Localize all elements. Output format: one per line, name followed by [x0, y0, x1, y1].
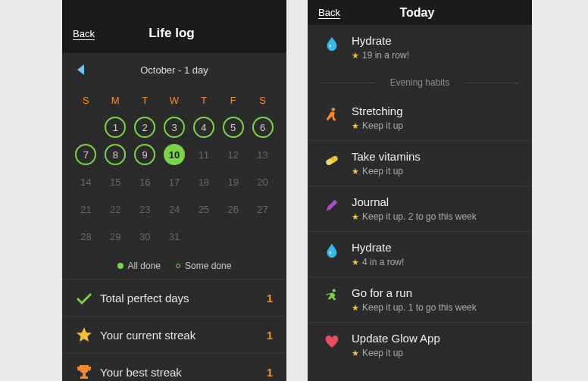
habit-item[interactable]: Update Glow App ★Keep it up	[308, 323, 532, 367]
run-icon	[320, 286, 344, 304]
calendar-day[interactable]: 17	[160, 168, 189, 195]
habit-name: Take vitamins	[352, 150, 520, 163]
heart-icon	[320, 332, 344, 350]
habit-list-top: Hydrate ★19 in a row!	[308, 25, 532, 70]
drop-icon	[320, 34, 344, 52]
star-icon: ★	[352, 212, 359, 222]
stat-value: 1	[267, 292, 273, 304]
svg-rect-0	[83, 373, 86, 376]
calendar-day[interactable]: 13	[248, 141, 277, 168]
habit-name: Journal	[352, 195, 520, 208]
stretch-icon	[320, 105, 344, 123]
stat-label: Your best streak	[100, 366, 267, 379]
header: Back Life log	[62, 14, 286, 53]
habit-item[interactable]: Go for a run ★Keep it up. 1 to go this w…	[308, 277, 532, 323]
svg-point-3	[332, 108, 336, 111]
calendar-day	[218, 223, 248, 250]
calendar-day[interactable]: 15	[101, 168, 130, 195]
habit-subtext: ★Keep it up	[352, 166, 520, 176]
prev-month-icon[interactable]	[77, 64, 84, 75]
calendar-grid: SMTWTFS123456789101112131415161718192021…	[62, 86, 286, 250]
svg-rect-1	[80, 376, 88, 379]
back-button[interactable]: Back	[318, 7, 340, 18]
legend: All done Some done	[62, 261, 286, 271]
calendar-dow: S	[71, 86, 101, 114]
calendar-day[interactable]: 29	[101, 223, 130, 250]
calendar-dow: T	[130, 86, 160, 114]
calendar-day[interactable]: 19	[218, 168, 248, 195]
svg-point-2	[329, 45, 331, 48]
calendar-day[interactable]: 12	[218, 141, 248, 168]
calendar-day[interactable]: 18	[189, 168, 218, 195]
habit-item[interactable]: Hydrate ★4 in a row!	[308, 232, 532, 277]
calendar-day[interactable]: 24	[160, 195, 189, 223]
habit-subtext: ★4 in a row!	[352, 257, 520, 267]
habit-list: Stretching ★Keep it up Take vitamins ★Ke…	[308, 95, 532, 367]
dot-filled-icon	[117, 263, 124, 269]
habit-name: Update Glow App	[352, 332, 520, 345]
calendar-day[interactable]: 22	[101, 195, 130, 223]
calendar-day[interactable]: 5	[218, 114, 248, 141]
calendar-day	[71, 114, 101, 141]
habit-item[interactable]: Hydrate ★19 in a row!	[308, 25, 532, 70]
calendar-day[interactable]: 31	[160, 223, 189, 250]
header: Back Today	[308, 0, 532, 25]
calendar-day[interactable]: 14	[71, 168, 101, 195]
calendar-day[interactable]: 27	[248, 195, 277, 223]
page-title: Today	[340, 6, 494, 20]
legend-all-done: All done	[117, 261, 161, 271]
calendar-day[interactable]: 28	[71, 223, 101, 250]
calendar-dow: F	[218, 86, 248, 114]
habit-item[interactable]: Stretching ★Keep it up	[308, 95, 532, 141]
calendar-day[interactable]: 26	[218, 195, 248, 223]
calendar-day[interactable]: 9	[130, 141, 160, 168]
status-bar	[62, 0, 286, 14]
check-icon	[73, 289, 95, 307]
life-log-screen: Back Life log October - 1 day SMTWTFS123…	[62, 0, 286, 381]
trophy-icon	[73, 363, 95, 381]
star-icon: ★	[352, 258, 359, 267]
habit-subtext: ★19 in a row!	[352, 50, 520, 61]
stats-list: Total perfect days 1 Your current streak…	[62, 279, 286, 381]
stat-row[interactable]: Total perfect days 1	[62, 279, 286, 316]
habit-name: Stretching	[352, 105, 520, 117]
stat-label: Total perfect days	[100, 292, 267, 304]
legend-some-done: Some done	[176, 261, 231, 271]
calendar-day[interactable]: 1	[101, 114, 130, 141]
calendar-day[interactable]: 20	[248, 168, 277, 195]
calendar-day[interactable]: 23	[130, 195, 160, 223]
pen-icon	[320, 195, 344, 214]
calendar-day	[248, 223, 277, 250]
habit-item[interactable]: Take vitamins ★Keep it up	[308, 141, 532, 186]
calendar-day[interactable]: 3	[160, 114, 189, 141]
back-button[interactable]: Back	[73, 28, 95, 39]
calendar-day[interactable]: 10	[160, 141, 189, 168]
stat-value: 1	[267, 329, 273, 342]
calendar-day[interactable]: 16	[130, 168, 160, 195]
svg-point-6	[329, 251, 331, 255]
star-icon: ★	[352, 303, 359, 313]
stat-row[interactable]: Your current streak 1	[62, 316, 286, 353]
star-icon: ★	[352, 51, 359, 61]
calendar-day[interactable]: 11	[189, 141, 218, 168]
star-icon: ★	[352, 167, 359, 176]
stat-value: 1	[267, 366, 273, 379]
calendar-day[interactable]: 8	[101, 141, 130, 168]
calendar-dow: S	[248, 86, 277, 114]
calendar-day[interactable]: 30	[130, 223, 160, 250]
habit-subtext: ★Keep it up. 1 to go this week	[352, 302, 520, 313]
calendar-day[interactable]: 25	[189, 195, 218, 223]
calendar-day[interactable]: 4	[189, 114, 218, 141]
habit-item[interactable]: Journal ★Keep it up. 2 to go this week	[308, 186, 532, 232]
calendar-day[interactable]: 21	[71, 195, 101, 223]
section-divider: Evening habits	[308, 70, 532, 95]
calendar-day[interactable]: 2	[130, 114, 160, 141]
calendar-day[interactable]: 6	[248, 114, 277, 141]
calendar-day[interactable]: 7	[71, 141, 101, 168]
pill-icon	[320, 150, 344, 168]
star-icon	[73, 326, 95, 344]
calendar-day	[189, 223, 218, 250]
habit-subtext: ★Keep it up	[352, 348, 520, 358]
page-title: Life log	[95, 26, 249, 41]
stat-row[interactable]: Your best streak 1	[62, 353, 286, 381]
